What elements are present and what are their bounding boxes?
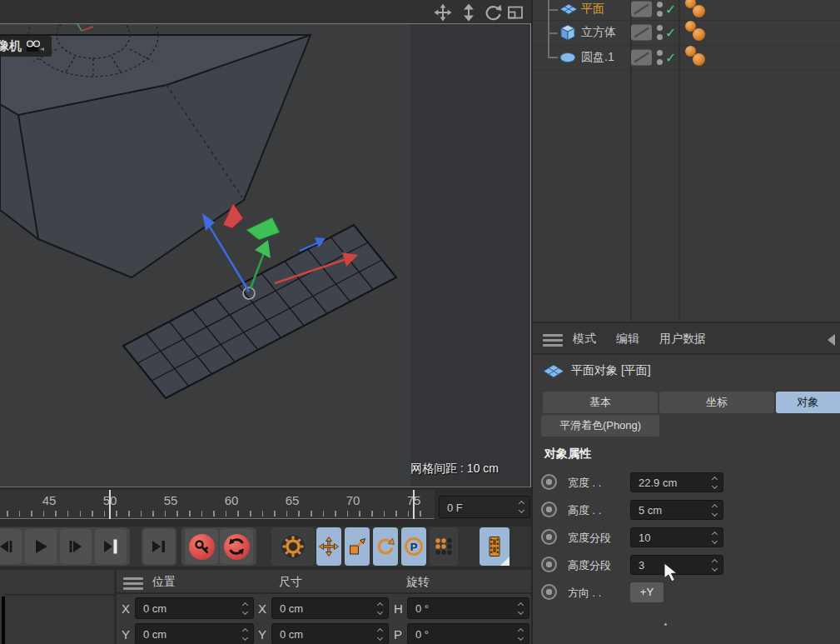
speck	[664, 623, 667, 626]
render-visibility-dot[interactable]	[657, 59, 663, 65]
record-position-toggle[interactable]	[316, 527, 341, 566]
menu-icon[interactable]	[543, 332, 563, 352]
field-spinner[interactable]	[710, 528, 719, 547]
frame-spinner[interactable]	[517, 497, 526, 517]
ruler-ticks	[7, 511, 431, 517]
render-visibility-dot[interactable]	[657, 34, 663, 40]
size-y-field[interactable]: 0 cm	[271, 623, 389, 644]
keyframe-ring-icon[interactable]	[541, 584, 557, 600]
toggle-view-icon[interactable]	[506, 3, 524, 22]
layer-toggle[interactable]	[631, 25, 652, 41]
enabled-check-icon[interactable]: ✓	[665, 50, 676, 66]
editor-visibility-dot[interactable]	[657, 2, 663, 7]
zoom-view-icon[interactable]	[460, 3, 478, 22]
field-spinner[interactable]	[375, 624, 385, 644]
goto-end-button[interactable]	[95, 529, 127, 564]
camera-label-text: 摄像机	[0, 38, 22, 54]
menu-mode[interactable]: 模式	[573, 332, 596, 347]
field-spinner[interactable]	[375, 598, 385, 618]
keyframe-ring-icon[interactable]	[541, 502, 557, 517]
property-row-orientation: 方向 . . +Y	[533, 582, 840, 602]
keyframe-ring-icon[interactable]	[541, 474, 557, 490]
editor-visibility-dot[interactable]	[657, 50, 663, 56]
tag-icon[interactable]	[693, 53, 705, 66]
move-axes-icon	[319, 537, 339, 557]
field-spinner[interactable]	[241, 598, 250, 618]
editor-visibility-dot[interactable]	[657, 25, 663, 31]
section-title: 对象属性	[544, 447, 591, 462]
object-name[interactable]: 平面	[581, 2, 604, 17]
orientation-dropdown[interactable]: +Y	[630, 582, 664, 602]
record-scale-toggle[interactable]	[345, 527, 370, 566]
object-name[interactable]: 立方体	[581, 25, 616, 40]
rotate-icon	[375, 537, 395, 557]
enabled-check-icon[interactable]: ✓	[665, 25, 676, 41]
field-spinner[interactable]	[516, 624, 525, 644]
position-x-field[interactable]: 0 cm	[135, 597, 254, 619]
camera-icon	[26, 40, 46, 52]
render-visibility-dot[interactable]	[657, 11, 663, 17]
property-row-width-segments: 宽度分段 10	[533, 527, 840, 547]
property-row-width: 宽度 . . 22.9 cm	[533, 472, 840, 492]
menu-userdata[interactable]: 用户数据	[659, 332, 706, 347]
open-timeline-button[interactable]	[480, 527, 509, 566]
previous-frame-button[interactable]	[0, 529, 22, 564]
width-field[interactable]: 22.9 cm	[630, 472, 723, 492]
record-rotation-toggle[interactable]	[373, 527, 398, 566]
svg-text:P: P	[410, 541, 418, 553]
keyframe-options-button[interactable]	[271, 527, 315, 566]
enabled-check-icon[interactable]: ✓	[665, 2, 676, 17]
record-parameter-toggle[interactable]: P	[401, 527, 426, 566]
tab-basic[interactable]: 基本	[543, 392, 658, 413]
rotation-p-field[interactable]: 0 °	[407, 623, 529, 644]
current-frame-field[interactable]: 0 F	[439, 496, 530, 518]
next-frame-button[interactable]	[60, 529, 92, 564]
tab-phong[interactable]: 平滑着色(Phong)	[541, 415, 659, 437]
collapse-arrow-icon[interactable]	[828, 334, 835, 346]
tag-icon[interactable]	[693, 28, 705, 41]
position-column-label: 位置	[152, 575, 176, 590]
panel-edge	[2, 597, 5, 644]
layer-toggle[interactable]	[631, 2, 652, 17]
current-frame-value: 0 F	[447, 501, 463, 513]
field-spinner[interactable]	[710, 473, 719, 492]
rotate-view-icon[interactable]	[484, 3, 502, 22]
keyframe-ring-icon[interactable]	[541, 529, 557, 545]
size-x-field[interactable]: 0 cm	[271, 597, 389, 619]
object-row-cube[interactable]: 立方体 ✓	[533, 20, 840, 45]
keyframe-ring-icon[interactable]	[541, 557, 557, 572]
goto-next-key-button[interactable]	[143, 529, 175, 564]
axis-label: Y	[122, 627, 130, 642]
timeline-ruler[interactable]: 45 50 55 60 65 70 75	[0, 490, 435, 519]
record-pla-toggle[interactable]	[430, 527, 458, 566]
width-segments-field[interactable]: 10	[630, 527, 723, 547]
menu-icon[interactable]	[123, 575, 143, 595]
field-spinner[interactable]	[241, 624, 250, 644]
object-row-plane[interactable]: 平面 ✓	[533, 0, 840, 22]
viewport-scene[interactable]	[0, 24, 530, 487]
menu-edit[interactable]: 编辑	[616, 332, 639, 347]
axis-label: P	[394, 627, 402, 642]
layer-toggle[interactable]	[631, 50, 652, 66]
tab-coords[interactable]: 坐标	[659, 392, 774, 413]
height-field[interactable]: 5 cm	[630, 500, 723, 520]
pan-view-icon[interactable]	[434, 3, 452, 22]
tab-object[interactable]: 对象	[776, 392, 840, 413]
field-spinner[interactable]	[516, 598, 525, 618]
field-spinner[interactable]	[710, 501, 719, 519]
field-spinner[interactable]	[710, 556, 719, 574]
rotation-h-field[interactable]: 0 °	[407, 597, 529, 619]
play-button[interactable]	[25, 529, 57, 564]
record-keyframe-button[interactable]	[185, 529, 218, 564]
range-marker[interactable]	[109, 490, 111, 519]
tag-icon[interactable]	[693, 5, 705, 17]
range-marker[interactable]	[413, 490, 415, 519]
autokeying-button[interactable]	[220, 529, 253, 564]
ruler-number: 60	[221, 493, 242, 507]
object-name[interactable]: 圆盘.1	[581, 50, 614, 65]
object-row-disc[interactable]: 圆盘.1 ✓	[533, 45, 840, 70]
ruler-number: 55	[160, 493, 181, 507]
viewport-canvas[interactable]: 摄像机 网格间距 : 10 cm	[0, 23, 531, 487]
ruler-number: 65	[281, 493, 303, 507]
position-y-field[interactable]: 0 cm	[135, 623, 254, 644]
